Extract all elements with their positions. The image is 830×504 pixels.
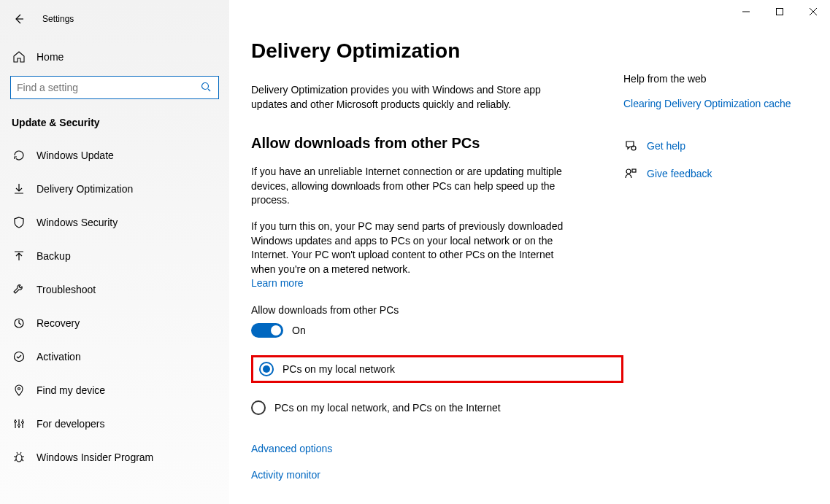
nav-delivery-optimization[interactable]: Delivery Optimization	[0, 172, 229, 206]
nav-windows-security[interactable]: Windows Security	[0, 206, 229, 239]
svg-point-10	[626, 169, 631, 174]
radio-group: PCs on my local network PCs on my local …	[251, 355, 623, 415]
nav-windows-update[interactable]: Windows Update	[0, 139, 229, 172]
nav-label: Backup	[36, 250, 71, 262]
learn-more-link[interactable]: Learn more	[251, 276, 304, 291]
svg-point-2	[15, 352, 24, 362]
window-controls	[729, 0, 830, 23]
give-feedback-row[interactable]: Give feedback	[623, 166, 813, 181]
maximize-icon	[776, 8, 783, 15]
search-input-wrap[interactable]	[10, 76, 219, 99]
page-title: Delivery Optimization	[251, 39, 623, 63]
nav-label: For developers	[36, 418, 104, 430]
category-heading: Update & Security	[0, 111, 229, 139]
svg-point-7	[16, 454, 22, 462]
nav-label: Find my device	[36, 384, 105, 396]
refresh-icon	[12, 148, 26, 163]
maximize-button[interactable]	[763, 0, 796, 23]
shield-icon	[12, 215, 26, 230]
feedback-icon	[623, 166, 638, 181]
radio-label: PCs on my local network, and PCs on the …	[274, 402, 501, 414]
location-icon	[12, 383, 26, 398]
sliders-icon	[12, 416, 26, 431]
radio-local-network[interactable]: PCs on my local network	[259, 362, 395, 376]
paragraph-1: If you have an unreliable Internet conne…	[251, 165, 572, 208]
help-heading: Help from the web	[623, 73, 813, 85]
nav-label: Windows Insider Program	[36, 451, 153, 463]
wrench-icon	[12, 282, 26, 297]
nav-label: Windows Update	[36, 150, 114, 161]
nav-list: Windows Update Delivery Optimization Win…	[0, 139, 229, 474]
nav-windows-insider[interactable]: Windows Insider Program	[0, 441, 229, 474]
nav-recovery[interactable]: Recovery	[0, 306, 229, 340]
close-button[interactable]	[796, 0, 830, 23]
highlight-box: PCs on my local network	[251, 355, 623, 383]
home-icon	[12, 50, 26, 64]
nav-label: Activation	[36, 351, 81, 363]
svg-point-0	[202, 83, 209, 90]
download-icon	[12, 182, 26, 196]
help-link[interactable]: Clearing Delivery Optimization cache	[623, 98, 813, 109]
minimize-icon	[742, 8, 750, 15]
nav-label: Recovery	[36, 317, 80, 329]
toggle-label: Allow downloads from other PCs	[251, 304, 623, 316]
nav-label: Windows Security	[36, 217, 118, 228]
nav-troubleshoot[interactable]: Troubleshoot	[0, 273, 229, 306]
main-column: Delivery Optimization Delivery Optimizat…	[229, 0, 623, 504]
svg-point-3	[18, 388, 20, 390]
content-area: Delivery Optimization Delivery Optimizat…	[229, 0, 830, 504]
arrow-left-icon	[13, 13, 25, 25]
nav-activation[interactable]: Activation	[0, 340, 229, 373]
search-icon	[201, 82, 212, 93]
get-help-icon	[623, 139, 638, 153]
back-button[interactable]	[12, 12, 26, 26]
clock-icon	[12, 316, 26, 330]
radio-icon	[259, 362, 274, 376]
sidebar: Settings Home Update & Security Windows …	[0, 0, 229, 504]
titlebar-left: Settings	[0, 6, 229, 32]
home-label: Home	[36, 51, 64, 63]
upload-icon	[12, 249, 26, 263]
paragraph-2-text: If you turn this on, your PC may send pa…	[251, 220, 563, 275]
home-nav[interactable]: Home	[0, 42, 229, 71]
nav-find-my-device[interactable]: Find my device	[0, 373, 229, 407]
radio-internet[interactable]: PCs on my local network, and PCs on the …	[251, 400, 623, 415]
activity-monitor-link[interactable]: Activity monitor	[251, 469, 623, 481]
svg-point-6	[22, 422, 24, 424]
nav-label: Delivery Optimization	[36, 183, 133, 195]
svg-rect-11	[632, 169, 636, 172]
check-circle-icon	[12, 349, 26, 364]
nav-label: Troubleshoot	[36, 284, 96, 295]
give-feedback-text: Give feedback	[647, 168, 712, 179]
allow-downloads-toggle[interactable]	[251, 323, 283, 338]
svg-rect-8	[777, 9, 783, 15]
window-title: Settings	[42, 14, 74, 24]
nav-backup[interactable]: Backup	[0, 239, 229, 273]
right-column: Help from the web Clearing Delivery Opti…	[623, 0, 828, 504]
get-help-text: Get help	[647, 140, 685, 152]
search-input[interactable]	[17, 82, 201, 93]
bug-icon	[12, 450, 26, 465]
get-help-row[interactable]: Get help	[623, 139, 813, 153]
radio-label: PCs on my local network	[283, 363, 395, 375]
toggle-state: On	[292, 325, 306, 336]
minimize-button[interactable]	[729, 0, 763, 23]
advanced-options-link[interactable]: Advanced options	[251, 443, 623, 454]
nav-for-developers[interactable]: For developers	[0, 407, 229, 441]
paragraph-2: If you turn this on, your PC may send pa…	[251, 220, 572, 291]
radio-icon	[251, 400, 266, 415]
page-intro: Delivery Optimization provides you with …	[251, 83, 558, 112]
section-heading: Allow downloads from other PCs	[251, 135, 623, 152]
svg-point-4	[15, 421, 17, 423]
svg-point-5	[18, 424, 20, 427]
close-icon	[810, 8, 817, 15]
